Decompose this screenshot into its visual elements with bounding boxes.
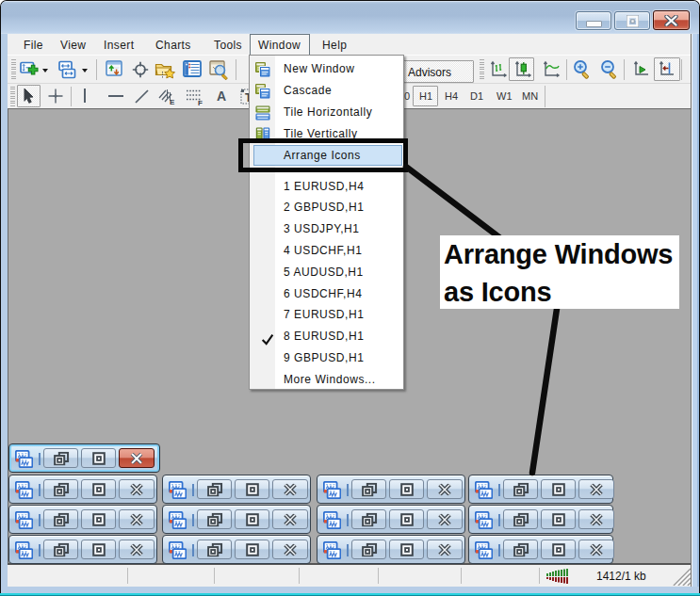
svg-text:E: E xyxy=(170,98,175,106)
svg-text:F: F xyxy=(198,99,203,106)
